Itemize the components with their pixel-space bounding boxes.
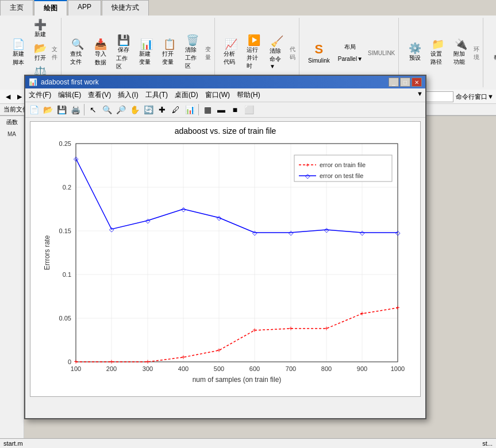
analyze-icon: 📈 xyxy=(225,39,237,49)
svg-text:0: 0 xyxy=(68,358,71,365)
svg-text:◇: ◇ xyxy=(289,229,294,236)
menu-view[interactable]: 查看(V) xyxy=(84,89,114,101)
fig-colorbar-btn[interactable]: ▬ xyxy=(215,103,228,116)
svg-text:+: + xyxy=(395,304,399,312)
analyze-code-button[interactable]: 📈 分析代码 xyxy=(221,37,241,68)
clear-workspace-button[interactable]: 🗑️ 清除工作区 xyxy=(182,33,203,72)
menu-desktop[interactable]: 桌面(D) xyxy=(171,89,202,101)
sidebar-item-func[interactable]: 函数 xyxy=(0,116,24,129)
tab-app[interactable]: APP xyxy=(68,0,101,16)
close-button[interactable]: ✕ xyxy=(412,78,422,87)
tab-shortcut[interactable]: 快捷方式 xyxy=(102,0,149,16)
fig-zoomout-btn[interactable]: 🔎 xyxy=(114,103,127,116)
fig-open-btn[interactable]: 📂 xyxy=(41,103,54,116)
save-workspace-button[interactable]: 💾 保存 工作区 xyxy=(113,33,134,72)
new-script-button[interactable]: 📄 新建 脚本 xyxy=(8,37,29,68)
preferences-button[interactable]: ⚙️ 预设 xyxy=(405,41,425,64)
addon-icon: 🔌 xyxy=(455,39,467,49)
svg-text:+: + xyxy=(74,358,78,366)
svg-text:+: + xyxy=(145,358,149,366)
new-script-icon: 📄 xyxy=(12,39,25,49)
find-files-button[interactable]: 🔍 查找文件 xyxy=(67,37,88,68)
toolbar-group-sim-label: SIMULINK xyxy=(368,50,395,56)
fig-print-btn[interactable]: 🖨️ xyxy=(69,103,82,116)
fig-brush-btn[interactable]: 🖊 xyxy=(170,103,182,116)
fig-hide-btn[interactable]: ■ xyxy=(229,103,241,116)
help-button[interactable]: ❓ 帮助 xyxy=(489,41,496,64)
plus-icon: ➕ xyxy=(34,20,47,30)
figure-title: adaboost first work xyxy=(41,78,99,86)
addons-button[interactable]: 🔌 附加功能 xyxy=(451,37,471,68)
fig-fullscreen-btn[interactable]: ⬜ xyxy=(243,103,255,116)
svg-text:◇: ◇ xyxy=(324,226,329,233)
menu-edit[interactable]: 编辑(E) xyxy=(55,89,84,101)
svg-text:900: 900 xyxy=(357,365,367,372)
open-icon: 📂 xyxy=(34,43,47,53)
save-icon: 💾 xyxy=(117,35,130,45)
import-icon: 📥 xyxy=(94,39,107,49)
fig-pan-btn[interactable]: ✋ xyxy=(128,103,141,116)
new-var-button[interactable]: 📊 新建变量 xyxy=(136,37,157,68)
menu-insert[interactable]: 插入(I) xyxy=(114,89,141,101)
fig-rotate-btn[interactable]: 🔄 xyxy=(142,103,155,116)
toolbar-group-env-label: 环境 xyxy=(474,45,479,61)
find-icon: 🔍 xyxy=(71,39,84,49)
svg-text:300: 300 xyxy=(143,365,153,372)
import-data-button[interactable]: 📥 导入 数据 xyxy=(90,37,111,68)
sidebar: 函数 MA xyxy=(0,116,24,448)
fig-new-btn[interactable]: 📄 xyxy=(28,103,40,116)
fig-legend-btn[interactable]: ▦ xyxy=(201,103,214,116)
simulink-button[interactable]: S Simulink xyxy=(305,40,333,65)
minimize-button[interactable]: _ xyxy=(389,78,399,87)
fig-zoomin-btn[interactable]: 🔍 xyxy=(101,103,113,116)
svg-text:◇: ◇ xyxy=(395,229,401,236)
menu-help[interactable]: 帮助(H) xyxy=(233,89,264,101)
menu-tools[interactable]: 工具(T) xyxy=(142,89,171,101)
svg-text:0.1: 0.1 xyxy=(63,271,71,278)
tab-plot[interactable]: 绘图 xyxy=(34,0,67,16)
svg-text:◇: ◇ xyxy=(360,229,365,236)
open-var-button[interactable]: 📋 打开变量 xyxy=(159,37,180,68)
forward-button[interactable]: ▶ xyxy=(14,91,25,102)
figure-window: 📊 adaboost first work _ □ ✕ 文件(F) 编辑(E) … xyxy=(24,75,426,419)
fig-select-btn[interactable]: ↖ xyxy=(87,103,99,116)
fig-datacursor-btn[interactable]: ✚ xyxy=(156,103,168,116)
svg-text:+: + xyxy=(181,353,185,361)
parallel-button[interactable]: Parallel▼ xyxy=(335,54,366,64)
svg-text:800: 800 xyxy=(321,365,332,372)
maximize-button[interactable]: □ xyxy=(400,78,410,87)
chart-area: adaboost vs. size of train file xyxy=(30,121,421,397)
svg-text:100: 100 xyxy=(71,365,81,372)
menu-window[interactable]: 窗口(W) xyxy=(202,89,233,101)
menu-file[interactable]: 文件(F) xyxy=(25,89,55,101)
fig-plot-btn[interactable]: 📊 xyxy=(183,103,196,116)
run-timed-button[interactable]: ▶️ 运行并计时 xyxy=(244,33,264,72)
back-button[interactable]: ◀ xyxy=(2,91,14,102)
set-path-button[interactable]: 📁 设置路径 xyxy=(428,37,448,68)
menu-expand[interactable]: ▼ xyxy=(414,89,425,101)
new-button[interactable]: ➕ 新建 xyxy=(31,18,49,40)
svg-text:◇: ◇ xyxy=(217,214,222,221)
svg-text:1000: 1000 xyxy=(391,365,405,372)
toolbar-group-help: ❓ 帮助 请求支持 了解 MATL... 资源 xyxy=(486,18,496,87)
svg-text:◇: ◇ xyxy=(252,229,257,236)
toolbar-group-file-label: 文件 xyxy=(52,45,57,61)
clear-commands-button[interactable]: 🧹 清除命令▼ xyxy=(267,34,287,71)
open-button[interactable]: 📂 打开 xyxy=(31,41,49,64)
run-icon: ▶️ xyxy=(248,35,260,45)
toolbar-group-var-label: 变量 xyxy=(205,45,211,61)
figure-menubar: 文件(F) 编辑(E) 查看(V) 插入(I) 工具(T) 桌面(D) 窗口(W… xyxy=(25,88,425,102)
matlab-tabs: 主页 绘图 APP 快捷方式 xyxy=(0,0,496,16)
tab-home[interactable]: 主页 xyxy=(0,0,33,16)
figure-toolbar: 📄 📂 💾 🖨️ ↖ 🔍 🔎 ✋ 🔄 ✚ 🖊 📊 ▦ ▬ ■ ⬜ xyxy=(25,102,425,118)
svg-text:◇: ◇ xyxy=(145,217,151,224)
svg-text:num of samples (on train file): num of samples (on train file) xyxy=(193,376,282,384)
layout-button[interactable]: 布局 xyxy=(335,41,366,53)
sidebar-ma-label: MA xyxy=(2,131,21,137)
fig-sep2 xyxy=(198,104,199,115)
svg-text:+: + xyxy=(324,325,328,333)
fig-save-btn[interactable]: 💾 xyxy=(55,103,68,116)
chart-title: adaboost vs. size of train file xyxy=(35,126,416,136)
clearws-icon: 🗑️ xyxy=(186,35,199,45)
svg-text:700: 700 xyxy=(286,365,296,372)
